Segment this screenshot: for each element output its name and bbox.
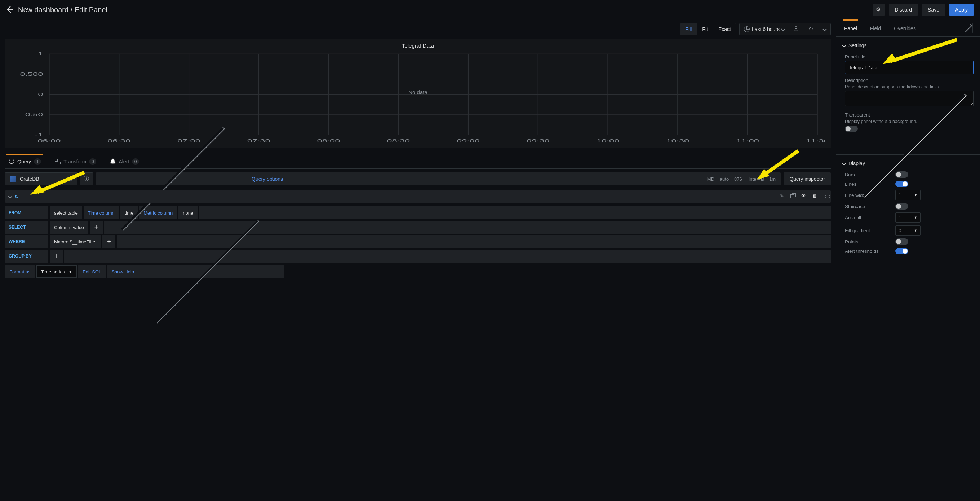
query-edit-icon-button[interactable] <box>780 193 785 200</box>
select-label: SELECT <box>5 221 48 234</box>
opt-area-fill: Area fill 1▼ <box>845 212 974 223</box>
from-label: FROM <box>5 206 48 219</box>
query-delete-button[interactable] <box>812 193 818 200</box>
query-header: CrateDB Query options MD = auto = 876 In… <box>5 172 831 185</box>
datasource-help-button[interactable] <box>80 172 93 185</box>
format-as-select[interactable]: Time series▼ <box>37 265 77 278</box>
tab-transform-count: 0 <box>89 158 96 165</box>
tab-alert[interactable]: Alert 0 <box>108 154 141 168</box>
query-duplicate-button[interactable] <box>791 193 796 200</box>
top-bar: New dashboard / Edit Panel Discard Save … <box>0 0 980 19</box>
view-controls: Fill Fit Exact Last 6 hours <box>0 19 836 39</box>
svg-text:06:00: 06:00 <box>38 139 61 144</box>
opt-fill-gradient: Fill gradient 0▼ <box>845 225 974 236</box>
zoom-out-button[interactable] <box>789 24 804 35</box>
query-row-actions <box>780 193 827 200</box>
datasource-name: CrateDB <box>20 176 39 182</box>
transparent-hint: Display panel without a background. <box>845 119 974 124</box>
query-interval-text: Interval = 1m <box>749 176 776 182</box>
panel-title-input[interactable] <box>845 61 974 74</box>
back-button[interactable] <box>6 6 14 13</box>
where-macro[interactable]: Macro: $__timeFilter <box>50 235 101 248</box>
panel-settings-button[interactable] <box>873 3 885 16</box>
opt-points: Points <box>845 238 974 245</box>
alert-thresholds-toggle[interactable] <box>895 248 908 254</box>
chevron-down-icon <box>69 177 73 181</box>
apply-button[interactable]: Apply <box>949 3 974 16</box>
edit-sql-button[interactable]: Edit SQL <box>78 265 106 278</box>
chevron-right-icon <box>963 24 972 32</box>
where-add-button[interactable]: + <box>102 235 115 248</box>
tab-query[interactable]: Query 1 <box>6 154 43 168</box>
points-toggle[interactable] <box>895 238 908 245</box>
from-time-column[interactable]: Time column <box>84 206 119 219</box>
tab-field[interactable]: Field <box>869 19 881 37</box>
page-title: New dashboard / Edit Panel <box>18 6 107 14</box>
line-width-select[interactable]: 1▼ <box>895 190 921 200</box>
svg-text:09:00: 09:00 <box>457 139 480 144</box>
query-options-toggle[interactable]: Query options <box>251 176 283 182</box>
description-hint: Panel description supports markdown and … <box>845 85 974 89</box>
lines-toggle[interactable] <box>895 181 908 187</box>
format-as-label: Format as <box>5 265 35 278</box>
opt-bars: Bars <box>845 171 974 178</box>
chevron-down-icon <box>8 195 12 198</box>
svg-text:08:30: 08:30 <box>387 139 410 144</box>
transparent-toggle[interactable] <box>845 126 858 132</box>
refresh-icon <box>808 26 814 32</box>
chevron-down-icon <box>842 161 846 165</box>
chart-panel: Telegraf Data -1-0.5000.5001 06:0006:300… <box>5 39 831 148</box>
groupby-add-button[interactable]: + <box>50 250 63 263</box>
view-fill-button[interactable]: Fill <box>680 24 697 35</box>
tab-transform[interactable]: Transform 0 <box>52 154 99 168</box>
view-fit-button[interactable]: Fit <box>697 24 713 35</box>
tab-panel[interactable]: Panel <box>843 19 858 37</box>
time-picker: Last 6 hours <box>739 23 831 35</box>
tabs-more-button[interactable] <box>963 23 973 33</box>
tab-query-count: 1 <box>34 158 41 165</box>
tab-alert-label: Alert <box>119 159 129 164</box>
opt-staircase: Staircase <box>845 203 974 209</box>
area-fill-select[interactable]: 1▼ <box>895 212 921 223</box>
section-visualization-header[interactable]: Visualization <box>843 141 980 151</box>
right-tabs: Panel Field Overrides <box>836 19 980 37</box>
query-md-text: MD = auto = 876 <box>707 176 742 182</box>
bars-toggle[interactable] <box>895 171 908 178</box>
chart-body: -1-0.5000.5001 06:0006:3007:0007:3008:00… <box>11 51 825 145</box>
staircase-toggle[interactable] <box>895 203 908 209</box>
select-add-button[interactable]: + <box>90 221 103 234</box>
section-settings: Settings Panel title Description Panel d… <box>836 37 980 137</box>
builder-fill <box>104 221 831 234</box>
description-label: Description <box>845 78 974 83</box>
where-label: WHERE <box>5 235 48 248</box>
time-range-button[interactable]: Last 6 hours <box>740 24 789 35</box>
tab-transform-label: Transform <box>64 159 86 164</box>
chart-title: Telegraf Data <box>11 43 825 49</box>
sql-builder: FROM select table Time column time Metri… <box>5 205 831 278</box>
query-inspector-button[interactable]: Query inspector <box>784 172 831 185</box>
datasource-logo-icon <box>10 176 16 182</box>
svg-text:11:00: 11:00 <box>736 139 759 144</box>
from-select-table[interactable]: select table <box>50 206 82 219</box>
refresh-interval-button[interactable] <box>819 24 830 35</box>
refresh-button[interactable] <box>804 24 819 35</box>
from-none[interactable]: none <box>178 206 197 219</box>
select-column[interactable]: Column: value <box>50 221 88 234</box>
query-a-header[interactable]: A <box>5 190 831 203</box>
discard-button[interactable]: Discard <box>889 3 918 16</box>
save-button[interactable]: Save <box>922 3 945 16</box>
drag-handle-icon[interactable] <box>823 193 827 199</box>
builder-row-from: FROM select table Time column time Metri… <box>5 206 831 219</box>
section-settings-header[interactable]: Settings <box>843 40 867 51</box>
chevron-down-icon <box>781 27 785 31</box>
view-exact-button[interactable]: Exact <box>713 24 736 35</box>
show-help-button[interactable]: Show Help <box>107 265 284 278</box>
section-display-header[interactable]: Display <box>843 158 865 168</box>
section-display: Display Bars Lines Line width 1▼ Stairca… <box>836 155 980 261</box>
fill-gradient-select[interactable]: 0▼ <box>895 225 921 236</box>
tab-overrides[interactable]: Overrides <box>893 19 916 37</box>
datasource-select[interactable]: CrateDB <box>5 172 77 185</box>
groupby-label: GROUP BY <box>5 250 48 263</box>
svg-text:10:00: 10:00 <box>596 139 619 144</box>
query-toggle-visibility-button[interactable] <box>801 193 807 200</box>
